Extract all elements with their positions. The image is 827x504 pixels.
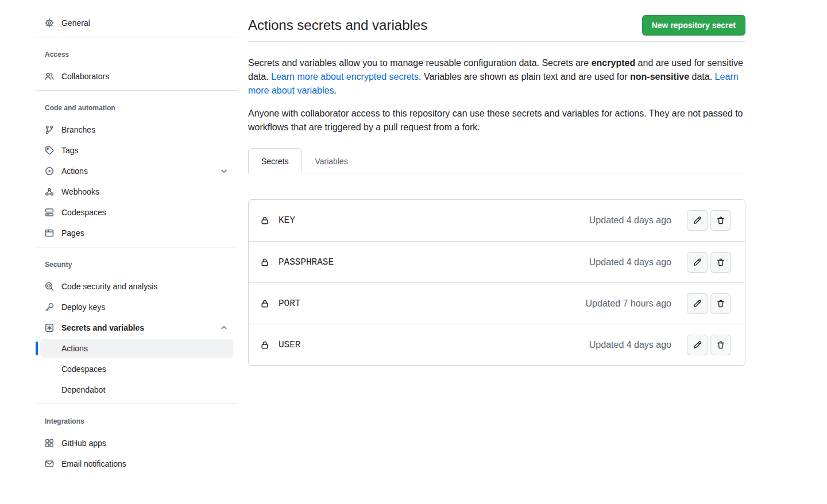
- tag-icon: [45, 146, 54, 155]
- sidebar-section-header-integrations: Integrations: [36, 417, 238, 426]
- mail-icon: [45, 459, 54, 468]
- secret-updated: Updated 7 hours ago: [586, 298, 671, 309]
- secret-row: PASSPHRASEUpdated 4 days ago: [249, 241, 745, 282]
- pencil-icon: [693, 340, 702, 350]
- sidebar-item-code-security-and-analysis[interactable]: Code security and analysis: [40, 277, 233, 296]
- git-branch-icon: [45, 125, 54, 134]
- sidebar-item-label: Codespaces: [61, 203, 229, 222]
- sidebar-item-collaborators[interactable]: Collaborators: [40, 67, 233, 86]
- apps-grid-icon: [45, 439, 54, 448]
- main-content: Actions secrets and variables New reposi…: [248, 9, 745, 366]
- delete-secret-button[interactable]: [710, 293, 731, 314]
- sidebar-item-label: Secrets and variables: [61, 319, 219, 337]
- secret-row: PORTUpdated 7 hours ago: [249, 282, 745, 324]
- secret-updated: Updated 4 days ago: [589, 215, 671, 226]
- intro-text: Secrets and variables allow you to manag…: [248, 58, 592, 68]
- sidebar-item-codespaces[interactable]: Codespaces: [40, 360, 233, 378]
- intro-paragraph: Secrets and variables allow you to manag…: [248, 56, 745, 98]
- sidebar-item-label: GitHub apps: [61, 434, 229, 452]
- sidebar-item-general[interactable]: General: [40, 14, 233, 32]
- sidebar-item-label: Code security and analysis: [61, 277, 229, 296]
- trash-icon: [716, 258, 725, 267]
- secret-row: USERUpdated 4 days ago: [249, 324, 745, 365]
- people-icon: [45, 72, 54, 81]
- edit-secret-button[interactable]: [687, 335, 708, 355]
- edit-secret-button[interactable]: [687, 210, 708, 231]
- sidebar-item-label: Dependabot: [61, 381, 229, 399]
- chevron-down-icon: [219, 166, 229, 176]
- delete-secret-button[interactable]: [710, 210, 731, 231]
- play-circle-icon: [45, 166, 54, 176]
- tab-secrets[interactable]: Secrets: [248, 148, 302, 173]
- sidebar-item-actions[interactable]: Actions: [40, 339, 233, 358]
- key-icon: [45, 303, 54, 312]
- sidebar-item-label: Webhooks: [61, 183, 229, 201]
- sidebar-item-actions[interactable]: Actions: [40, 162, 233, 180]
- secret-name: KEY: [279, 215, 295, 226]
- delete-secret-button[interactable]: [710, 335, 731, 355]
- sidebar-item-dependabot[interactable]: Dependabot: [40, 381, 233, 399]
- lock-icon: [260, 299, 269, 308]
- sidebar-item-github-apps[interactable]: GitHub apps: [40, 434, 233, 452]
- sidebar-item-label: Branches: [61, 121, 229, 139]
- sidebar-item-codespaces[interactable]: Codespaces: [40, 203, 233, 222]
- code-scan-icon: [45, 282, 54, 291]
- settings-sidebar: GeneralAccessCollaboratorsCode and autom…: [36, 9, 238, 475]
- sidebar-item-label: Deploy keys: [61, 298, 229, 316]
- secrets-list: KEYUpdated 4 days agoPASSPHRASEUpdated 4…: [248, 199, 745, 366]
- sidebar-item-label: Codespaces: [61, 360, 229, 378]
- sidebar-item-label: Pages: [61, 224, 229, 242]
- sidebar-item-label: Tags: [61, 141, 229, 160]
- pencil-icon: [693, 299, 702, 308]
- page-title: Actions secrets and variables: [248, 17, 427, 34]
- sidebar-section-header-security: Security: [36, 260, 238, 269]
- sidebar-item-pages[interactable]: Pages: [40, 224, 233, 242]
- chevron-up-icon: [219, 323, 229, 332]
- secret-updated: Updated 4 days ago: [589, 340, 671, 350]
- secret-name: USER: [279, 340, 300, 350]
- access-description: Anyone with collaborator access to this …: [248, 107, 745, 134]
- new-repository-secret-button[interactable]: New repository secret: [642, 15, 745, 36]
- sidebar-item-tags[interactable]: Tags: [40, 141, 233, 160]
- learn-more-link[interactable]: Learn more about encrypted secrets: [271, 72, 419, 82]
- page-header: Actions secrets and variables New reposi…: [248, 9, 745, 42]
- sidebar-divider: [36, 404, 238, 404]
- sidebar-item-branches[interactable]: Branches: [40, 121, 233, 139]
- sidebar-item-label: General: [61, 14, 229, 32]
- sidebar-item-label: Actions: [61, 162, 219, 180]
- tab-variables[interactable]: Variables: [302, 148, 361, 173]
- secret-name: PORT: [279, 298, 300, 309]
- delete-secret-button[interactable]: [710, 252, 731, 273]
- sidebar-section-header-access: Access: [36, 50, 238, 59]
- lock-icon: [260, 258, 269, 267]
- asterisk-box-icon: [45, 323, 54, 332]
- lock-icon: [260, 216, 269, 225]
- trash-icon: [716, 216, 725, 225]
- browser-icon: [45, 228, 54, 238]
- sidebar-item-email-notifications[interactable]: Email notifications: [40, 455, 233, 473]
- webhook-icon: [45, 187, 54, 196]
- intro-text: data.: [689, 72, 714, 82]
- sidebar-item-deploy-keys[interactable]: Deploy keys: [40, 298, 233, 316]
- secret-updated: Updated 4 days ago: [589, 257, 671, 267]
- secrets-variables-tabnav: SecretsVariables: [248, 148, 745, 173]
- sidebar-item-label: Email notifications: [61, 455, 229, 473]
- gear-icon: [45, 18, 54, 28]
- lock-icon: [260, 340, 269, 350]
- sidebar-divider: [36, 247, 238, 247]
- secret-name: PASSPHRASE: [279, 257, 334, 267]
- sidebar-item-secrets-and-variables[interactable]: Secrets and variables: [40, 319, 233, 337]
- emphasis-text: non-sensitive: [630, 72, 689, 82]
- sidebar-item-webhooks[interactable]: Webhooks: [40, 183, 233, 201]
- edit-secret-button[interactable]: [687, 252, 708, 273]
- sidebar-item-label: Collaborators: [61, 67, 229, 86]
- edit-secret-button[interactable]: [687, 293, 708, 314]
- sidebar-section-header-code-and-automation: Code and automation: [36, 103, 238, 113]
- trash-icon: [716, 340, 725, 350]
- emphasis-text: encrypted: [592, 58, 635, 68]
- pencil-icon: [693, 216, 702, 225]
- sidebar-divider: [36, 37, 238, 37]
- intro-text: . Variables are shown as plain text and …: [419, 72, 630, 82]
- codespaces-icon: [45, 208, 54, 217]
- sidebar-divider: [36, 90, 238, 91]
